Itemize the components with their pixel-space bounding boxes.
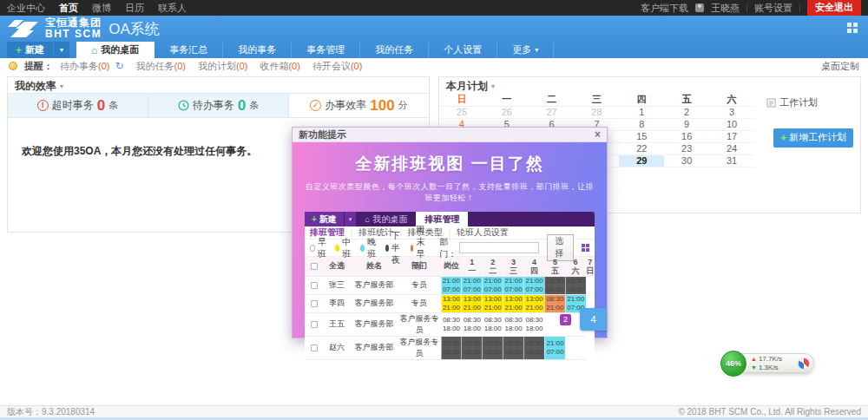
network-speed-widget[interactable]: 46% ▲17.7K/s ▼1.3K/s	[727, 353, 814, 373]
shift-cell[interactable]	[565, 336, 585, 359]
shift-cell[interactable]: 08:3021:00	[544, 294, 565, 312]
client-download-link[interactable]: 客户端下载	[641, 2, 688, 15]
calendar-day[interactable]: 15	[619, 131, 664, 143]
close-icon[interactable]: ×	[595, 129, 601, 140]
usage-percent-ball[interactable]: 46%	[720, 351, 746, 377]
checkbox-icon[interactable]	[311, 282, 318, 289]
checkbox-icon[interactable]	[311, 321, 318, 328]
mock-menu-item-3[interactable]: 轮班人员设置	[457, 226, 509, 239]
shift-cell[interactable]: 22:3008:30	[483, 336, 503, 359]
shift-cell[interactable]: 21:0007:00	[441, 276, 462, 294]
shift-cell[interactable]: 21:0007:00	[503, 276, 524, 294]
refresh-icon[interactable]: ↻	[115, 60, 123, 72]
calendar-day[interactable]: 9	[664, 119, 709, 131]
top-link-2[interactable]: 微博	[92, 2, 111, 15]
top-link-0[interactable]: 企业中心	[7, 2, 45, 15]
calendar-day[interactable]: 1	[619, 107, 664, 119]
shift-cell[interactable]: 08:3018:00	[483, 312, 503, 336]
row-checkbox-cell[interactable]	[305, 312, 323, 336]
tab-1[interactable]: 事务汇总	[155, 42, 223, 58]
top-link-4[interactable]: 联系人	[158, 2, 187, 15]
month-plan-title[interactable]: 本月计划 ▾	[439, 77, 860, 93]
shift-cell[interactable]: 22:3008:30	[544, 276, 565, 294]
apps-icon[interactable]	[847, 23, 858, 33]
calendar-day[interactable]: 3	[709, 107, 754, 119]
stat-1[interactable]: 待办事务0条	[148, 94, 289, 117]
tab-2[interactable]: 我的事务	[223, 42, 292, 58]
reminder-item-4[interactable]: 待开会议(0)	[312, 60, 362, 73]
reminder-count: (0)	[174, 61, 186, 71]
calendar-day[interactable]: 25	[439, 107, 484, 119]
calendar-day[interactable]: 24	[709, 143, 754, 155]
shift-cell[interactable]: 08:3018:00	[524, 312, 545, 336]
top-link-1[interactable]: 首页	[59, 2, 78, 15]
add-work-plan-button[interactable]: + 新增工作计划	[773, 128, 853, 148]
new-button-label: 新建	[25, 43, 44, 56]
shift-cell[interactable]: 22:3008:30	[503, 336, 524, 359]
shift-cell[interactable]: 13:0021:00	[503, 294, 524, 312]
stat-2[interactable]: ✓办事效率100分	[289, 94, 429, 117]
calendar-weekday: 四	[619, 93, 664, 107]
calendar-day[interactable]: 30	[664, 155, 709, 167]
calendar-day[interactable]: 26	[484, 107, 529, 119]
desktop-customize-link[interactable]: 桌面定制	[821, 60, 859, 73]
shift-cell[interactable]: 13:0021:00	[441, 294, 462, 312]
calendar-day[interactable]: 27	[529, 107, 575, 119]
grid-view-icon[interactable]	[582, 244, 589, 252]
reminder-item-2[interactable]: 我的计划(0)	[198, 60, 247, 73]
shift-cell[interactable]: 21:0007:00	[462, 276, 483, 294]
calendar-day[interactable]: 8	[619, 119, 664, 131]
shift-cell[interactable]: 08:3018:00	[503, 312, 524, 336]
tab-0[interactable]: ⌂我的桌面	[76, 42, 155, 58]
shift-cell[interactable]: 13:0021:00	[483, 294, 503, 312]
slide-number-badge[interactable]: 2	[560, 314, 571, 325]
row-checkbox-cell[interactable]	[305, 336, 323, 359]
calendar-day[interactable]: 23	[664, 143, 709, 155]
row-checkbox-cell[interactable]	[305, 294, 323, 312]
checkbox-icon[interactable]	[311, 345, 318, 351]
shift-cell[interactable]: 08:3018:00	[462, 312, 483, 336]
calendar-day[interactable]: 10	[709, 119, 754, 131]
modal-body[interactable]: 全新排班视图 一目了然 自定义班次类型颜色，每个班次人数一目了然，支持批量排班，…	[293, 142, 607, 338]
shift-cell[interactable]: 21:0007:00	[524, 276, 545, 294]
stat-unit: 条	[249, 99, 259, 112]
shift-cell[interactable]: 13:0021:00	[524, 294, 545, 312]
calendar-day[interactable]: 28	[575, 107, 620, 119]
security-app-icon[interactable]	[798, 358, 810, 370]
calendar-day[interactable]: 31	[709, 155, 754, 167]
shift-cell[interactable]: 08:3018:00	[441, 312, 462, 336]
shift-cell[interactable]: 22:3008:30	[462, 336, 483, 359]
reminder-item-0[interactable]: 待办事务(0)	[60, 60, 109, 73]
logout-button[interactable]: 安全退出	[807, 0, 861, 16]
checkbox-icon[interactable]	[311, 263, 318, 270]
calendar-day[interactable]: 2	[664, 107, 709, 119]
calendar-day[interactable]: 22	[619, 143, 664, 155]
shift-cell[interactable]: 13:0021:00	[462, 294, 483, 312]
reminder-item-3[interactable]: 收件箱(0)	[260, 60, 299, 73]
top-link-3[interactable]: 日历	[125, 2, 144, 15]
new-menu-caret[interactable]: ▾	[54, 42, 69, 58]
shift-cell[interactable]: 22:3008:30	[524, 336, 545, 359]
username[interactable]: 王晓燕	[711, 2, 740, 15]
shift-cell[interactable]: 22:3008:30	[441, 336, 462, 359]
next-slide-button[interactable]: 4	[580, 308, 607, 331]
tab-5[interactable]: 个人设置	[429, 42, 497, 58]
calendar-day[interactable]: 17	[709, 131, 754, 143]
checkbox-icon[interactable]	[311, 300, 318, 307]
calendar-day[interactable]: 16	[664, 131, 709, 143]
tab-3[interactable]: 事务管理	[292, 42, 360, 58]
department-input[interactable]	[459, 242, 539, 253]
calendar-day[interactable]: 29	[619, 155, 664, 167]
new-button[interactable]: + 新建	[7, 42, 53, 58]
tab-6[interactable]: 更多▾	[497, 42, 554, 58]
select-button[interactable]: 选择	[547, 234, 574, 261]
reminder-item-1[interactable]: 我的任务(0)	[136, 60, 186, 73]
shift-cell[interactable]: 21:0007:00	[544, 336, 565, 359]
shift-cell[interactable]: 21:0007:00	[483, 276, 503, 294]
account-settings-link[interactable]: 账号设置	[754, 2, 792, 15]
stat-0[interactable]: !超时事务0条	[8, 94, 148, 117]
tab-4[interactable]: 我的任务	[360, 42, 429, 58]
efficiency-panel-title[interactable]: 我的效率 ▾	[8, 77, 429, 93]
shift-cell[interactable]: 22:3008:30	[565, 276, 585, 294]
row-checkbox-cell[interactable]	[305, 276, 323, 294]
